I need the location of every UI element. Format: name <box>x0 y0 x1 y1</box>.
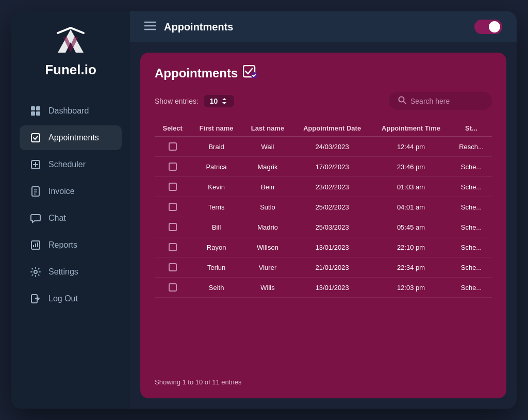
svg-point-18 <box>34 270 37 273</box>
row-lastname: Sutlo <box>242 197 293 217</box>
row-select-cell <box>155 197 191 217</box>
row-select-cell <box>155 157 191 177</box>
row-lastname: Magrik <box>242 157 293 177</box>
sidebar-item-label: Appointments <box>48 133 99 142</box>
svg-rect-2 <box>31 106 35 110</box>
row-checkbox[interactable] <box>169 183 177 191</box>
logout-icon <box>30 293 41 304</box>
sidebar-item-logout[interactable]: Log Out <box>20 286 122 311</box>
app-title: Funel.io <box>45 62 96 78</box>
row-firstname: Braid <box>191 137 242 157</box>
col-select: Select <box>155 120 191 137</box>
row-select-cell <box>155 177 191 197</box>
show-entries: Show entries: 10 <box>155 95 234 107</box>
table-row: Patrica Magrik 17/02/2023 23:46 pm Sche.… <box>155 157 492 177</box>
sidebar: Funel.io Dashboard Appointments Schedule… <box>11 11 130 409</box>
row-appt-date: 13/01/2023 <box>293 237 371 257</box>
row-appt-time: 01:03 am <box>371 177 451 197</box>
sidebar-item-dashboard[interactable]: Dashboard <box>20 99 122 123</box>
row-firstname: Bill <box>191 217 242 237</box>
svg-rect-4 <box>31 111 35 116</box>
card-header: Appointments <box>155 65 492 82</box>
col-appt-time: Appointment Time <box>371 120 451 137</box>
appointments-card: Appointments Show entries: <box>140 53 506 398</box>
row-select-cell <box>155 137 191 157</box>
row-firstname: Seith <box>191 278 242 298</box>
sidebar-item-settings[interactable]: Settings <box>20 260 122 284</box>
settings-icon <box>30 266 41 278</box>
col-appt-date: Appointment Date <box>293 120 371 137</box>
table-row: Rayon Willson 13/01/2023 22:10 pm Sche..… <box>155 237 492 257</box>
row-lastname: Madrio <box>242 217 293 237</box>
sidebar-item-reports[interactable]: Reports <box>20 233 122 257</box>
card-title: Appointments <box>155 66 238 80</box>
sidebar-item-label: Settings <box>48 267 78 277</box>
table-wrapper: Select First name Last name Appointment … <box>155 120 492 371</box>
row-status: Sche... <box>451 197 492 217</box>
row-appt-date: 25/03/2023 <box>293 217 371 237</box>
row-checkbox[interactable] <box>169 163 177 171</box>
row-checkbox[interactable] <box>169 283 177 292</box>
appointments-table: Select First name Last name Appointment … <box>155 120 492 298</box>
svg-line-27 <box>404 102 406 104</box>
sidebar-item-label: Log Out <box>48 294 78 303</box>
dashboard-icon <box>30 105 41 117</box>
search-icon <box>398 96 406 106</box>
row-appt-time: 22:10 pm <box>371 237 451 257</box>
sidebar-item-scheduler[interactable]: Scheduler <box>20 152 122 177</box>
card-footer: Showing 1 to 10 of 11 entries <box>155 378 492 386</box>
entries-value: 10 <box>210 97 218 105</box>
row-lastname: Willson <box>242 237 293 257</box>
table-row: Teriun Viurer 21/01/2023 22:34 pm Sche..… <box>155 257 492 278</box>
row-status: Sche... <box>451 257 492 278</box>
col-firstname: First name <box>191 120 242 137</box>
show-entries-label: Show entries: <box>155 97 199 105</box>
row-status: Sche... <box>451 278 492 298</box>
row-lastname: Bein <box>242 177 293 197</box>
row-appt-date: 23/02/2023 <box>293 177 371 197</box>
card-icon <box>243 65 257 82</box>
entries-badge[interactable]: 10 <box>204 95 235 107</box>
hamburger-icon[interactable] <box>144 21 156 33</box>
row-appt-date: 25/02/2023 <box>293 197 371 217</box>
row-checkbox[interactable] <box>169 243 177 251</box>
row-lastname: Wills <box>242 278 293 298</box>
scheduler-icon <box>30 159 41 170</box>
row-lastname: Wail <box>242 137 293 157</box>
row-firstname: Patrica <box>191 157 242 177</box>
sidebar-item-appointments[interactable]: Appointments <box>20 125 122 150</box>
row-status: Resch... <box>451 137 492 157</box>
content-area: Appointments Show entries: <box>130 42 517 409</box>
row-appt-time: 22:34 pm <box>371 257 451 278</box>
row-firstname: Kevin <box>191 177 242 197</box>
sidebar-item-chat[interactable]: Chat <box>20 206 122 231</box>
row-appt-time: 04:01 am <box>371 197 451 217</box>
row-select-cell <box>155 278 191 298</box>
pagination-info: Showing 1 to 10 of 11 entries <box>155 378 241 386</box>
row-checkbox[interactable] <box>169 263 177 271</box>
toggle-switch[interactable] <box>474 20 502 34</box>
main-content: Appointments Appointments <box>130 11 517 409</box>
row-appt-time: 12:03 pm <box>371 278 451 298</box>
row-checkbox[interactable] <box>169 142 177 151</box>
invoice-icon <box>30 186 41 197</box>
topbar-title: Appointments <box>164 21 466 33</box>
search-box[interactable] <box>389 92 492 110</box>
reports-icon <box>30 239 41 251</box>
row-appt-date: 24/03/2023 <box>293 137 371 157</box>
row-lastname: Viurer <box>242 257 293 278</box>
row-appt-date: 17/02/2023 <box>293 157 371 177</box>
table-row: Braid Wail 24/03/2023 12:44 pm Resch... <box>155 137 492 157</box>
table-row: Kevin Bein 23/02/2023 01:03 am Sche... <box>155 177 492 197</box>
table-row: Seith Wills 13/01/2023 12:03 pm Sche... <box>155 278 492 298</box>
row-appt-date: 21/01/2023 <box>293 257 371 278</box>
sidebar-item-label: Dashboard <box>48 106 89 116</box>
sidebar-item-invoice[interactable]: Invoice <box>20 179 122 204</box>
row-select-cell <box>155 217 191 237</box>
table-body: Braid Wail 24/03/2023 12:44 pm Resch... … <box>155 137 492 298</box>
row-checkbox[interactable] <box>169 223 177 231</box>
sidebar-item-label: Scheduler <box>48 160 86 169</box>
row-status: Sche... <box>451 177 492 197</box>
row-checkbox[interactable] <box>169 203 177 211</box>
search-input[interactable] <box>410 97 483 105</box>
